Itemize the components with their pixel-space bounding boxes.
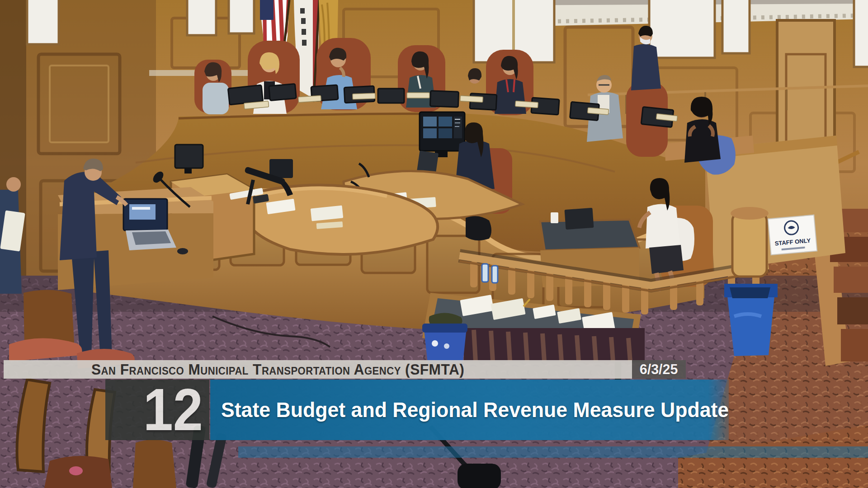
water-bottle [482, 264, 488, 282]
agenda-item-title: State Budget and Regional Revenue Measur… [221, 398, 729, 422]
video-monitor [420, 112, 465, 157]
staff-only-sign: STAFF ONLY [768, 215, 817, 255]
window [722, 0, 750, 53]
pink-light-glow [69, 466, 83, 475]
desk-monitor [175, 145, 203, 168]
date-badge: 6/3/25 [632, 360, 686, 379]
window [27, 0, 59, 44]
coffee-cup [551, 212, 558, 223]
newel-post [732, 213, 767, 277]
window [854, 0, 868, 67]
backpack [466, 216, 491, 240]
agency-banner: San Francisco Municipal Transportation A… [4, 360, 632, 379]
meeting-video-frame: STAFF ONLY [0, 0, 868, 488]
agenda-item-title-bar: State Budget and Regional Revenue Measur… [210, 380, 729, 440]
recycle-icon [432, 340, 438, 347]
window [229, 0, 254, 33]
laptop [565, 208, 594, 230]
window [649, 0, 715, 58]
shadow-balusters [464, 328, 645, 362]
agenda-item-number-box: 12 [105, 380, 209, 440]
agency-banner-text: San Francisco Municipal Transportation A… [91, 361, 464, 378]
agenda-item-number: 12 [143, 380, 203, 440]
window [187, 0, 216, 35]
date-text: 6/3/25 [640, 361, 678, 378]
computer-mouse [177, 248, 188, 254]
recycle-bin-center [422, 313, 467, 363]
water-bottle [492, 266, 498, 283]
lower-accent-strip [238, 446, 868, 458]
